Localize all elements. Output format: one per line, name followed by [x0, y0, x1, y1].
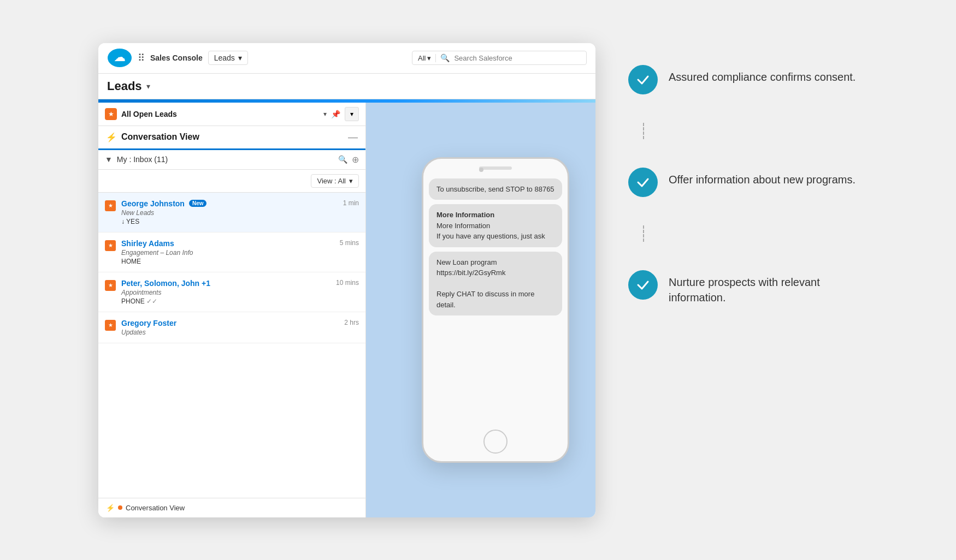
- bottom-dot: [118, 505, 122, 510]
- page-title: Leads: [107, 79, 142, 93]
- open-leads-star-icon: ★: [105, 108, 117, 120]
- phone-home-button: [483, 430, 507, 454]
- phone-speaker: [479, 166, 512, 170]
- sms-bubble-2: More Information More Information If you…: [429, 204, 562, 247]
- leads-tab[interactable]: Leads ▾: [208, 51, 248, 65]
- lead-name: George Johnston: [121, 199, 185, 208]
- phone-device: To unsubscribe, send STOP to 88765 More …: [422, 157, 569, 463]
- lead-item[interactable]: ★ Shirley Adams Engagement – Loan Info H…: [98, 233, 365, 272]
- grid-icon[interactable]: ⠿: [138, 52, 145, 64]
- benefit-text-3: Nurture prospects with relevant informat…: [669, 270, 858, 305]
- sms-bubble-3: New Loan program https://bit.ly/2GsyRmk …: [429, 252, 562, 316]
- lead-name-row: Peter, Solomon, John +1: [121, 279, 331, 288]
- all-open-leads-dropdown-arrow: ▾: [323, 110, 327, 118]
- lead-star-icon: ★: [105, 200, 116, 211]
- right-panel: To unsubscribe, send STOP to 88765 More …: [366, 103, 595, 517]
- lead-item[interactable]: ★ George Johnston New New Leads ↓ YES 1 …: [98, 193, 365, 233]
- view-all-select[interactable]: View : All ▾: [311, 174, 359, 188]
- phone-mockup: To unsubscribe, send STOP to 88765 More …: [422, 157, 569, 463]
- sms-bubble-1: To unsubscribe, send STOP to 88765: [429, 178, 562, 200]
- lead-time: 5 mins: [340, 239, 359, 247]
- connector-2: [628, 224, 858, 243]
- lead-time: 10 mins: [336, 279, 359, 287]
- lead-star-icon: ★: [105, 240, 116, 251]
- lead-status: ↓ YES: [121, 218, 338, 225]
- panel-chevron-down[interactable]: ▾: [345, 107, 359, 121]
- lead-star-icon: ★: [105, 320, 116, 331]
- leads-tab-chevron: ▾: [238, 53, 242, 62]
- phone-screen: To unsubscribe, send STOP to 88765 More …: [423, 178, 568, 424]
- svg-text:☁: ☁: [114, 51, 125, 63]
- benefit-text-2: Offer information about new programs.: [669, 168, 855, 187]
- leads-chevron-icon[interactable]: ▾: [146, 82, 150, 91]
- bottom-conv-view: ⚡ Conversation View: [98, 498, 365, 517]
- lead-name-row: George Johnston New: [121, 199, 338, 208]
- all-dropdown[interactable]: All ▾: [418, 54, 436, 62]
- inbox-label: My : Inbox (11): [117, 155, 334, 164]
- filter-icon[interactable]: ▼: [105, 155, 113, 164]
- lead-time: 1 min: [343, 199, 359, 207]
- lead-sub: Appointments: [121, 289, 331, 296]
- view-all-row: View : All ▾: [98, 170, 365, 193]
- lead-name: Peter, Solomon, John +1: [121, 279, 210, 288]
- app-window: ☁ ⠿ Sales Console Leads ▾ All ▾ 🔍 Lead: [98, 43, 595, 517]
- all-open-leads-label: All Open Leads: [121, 110, 319, 118]
- inbox-search-icon[interactable]: 🔍: [338, 155, 347, 164]
- collapse-icon[interactable]: —: [348, 132, 358, 143]
- search-icon: 🔍: [440, 53, 450, 62]
- benefit-item-1: Assured compliance confirms consent.: [628, 65, 858, 94]
- inbox-row: ▼ My : Inbox (11) 🔍 ⊕: [98, 150, 365, 170]
- connector-1: [628, 122, 858, 140]
- leads-tab-label: Leads: [214, 53, 235, 62]
- search-bar: All ▾ 🔍: [412, 51, 587, 65]
- view-all-chevron: ▾: [349, 177, 353, 185]
- lead-status: HOME: [121, 258, 334, 265]
- lead-name: Shirley Adams: [121, 239, 174, 248]
- all-chevron-icon: ▾: [427, 54, 431, 62]
- bottom-lightning-icon: ⚡: [106, 504, 115, 512]
- lead-status: PHONE ✓✓: [121, 297, 331, 305]
- main-content: ★ All Open Leads ▾ 📌 ▾ ⚡ Conversation Vi…: [98, 103, 595, 517]
- salesforce-logo: ☁: [107, 48, 132, 68]
- view-all-label: View : All: [317, 177, 346, 185]
- lead-star-icon: ★: [105, 280, 116, 291]
- search-input[interactable]: [454, 54, 563, 62]
- new-badge: New: [189, 200, 207, 207]
- leads-list: ★ George Johnston New New Leads ↓ YES 1 …: [98, 193, 365, 343]
- inbox-add-icon[interactable]: ⊕: [352, 154, 359, 165]
- double-check-icon: ✓✓: [146, 297, 157, 305]
- lead-sub: Engagement – Loan Info: [121, 249, 334, 257]
- lead-item[interactable]: ★ Gregory Foster Updates 2 hrs: [98, 312, 365, 343]
- dashed-line-1: [643, 123, 644, 139]
- left-panel: ★ All Open Leads ▾ 📌 ▾ ⚡ Conversation Vi…: [98, 103, 366, 517]
- benefits-panel: Assured compliance confirms consent. Off…: [628, 43, 858, 327]
- check-icon-1: [628, 65, 658, 94]
- lead-name: Gregory Foster: [121, 319, 176, 327]
- benefit-item-2: Offer information about new programs.: [628, 168, 858, 197]
- check-icon-2: [628, 168, 658, 197]
- check-icon-3: [628, 270, 658, 300]
- nav-left: ☁ ⠿ Sales Console Leads ▾: [107, 48, 403, 68]
- bottom-conv-label: Conversation View: [126, 504, 185, 512]
- benefit-text-1: Assured compliance confirms consent.: [669, 65, 855, 85]
- benefit-item-3: Nurture prospects with relevant informat…: [628, 270, 858, 305]
- conv-view-label: Conversation View: [121, 132, 344, 142]
- lead-item[interactable]: ★ Peter, Solomon, John +1 Appointments P…: [98, 272, 365, 312]
- leads-header-row: Leads ▾: [98, 74, 595, 99]
- dashed-line-2: [643, 225, 644, 242]
- top-nav-bar: ☁ ⠿ Sales Console Leads ▾ All ▾ 🔍: [98, 43, 595, 74]
- lead-info: Gregory Foster Updates: [121, 319, 339, 336]
- lead-name-row: Shirley Adams: [121, 239, 334, 248]
- lightning-bolt-icon: ⚡: [106, 132, 117, 142]
- all-open-leads-row: ★ All Open Leads ▾ 📌 ▾: [98, 103, 365, 126]
- lead-info: Shirley Adams Engagement – Loan Info HOM…: [121, 239, 334, 265]
- lead-info: George Johnston New New Leads ↓ YES: [121, 199, 338, 225]
- phone-camera: [479, 168, 483, 172]
- lead-time: 2 hrs: [344, 319, 359, 326]
- sales-console-label: Sales Console: [150, 53, 203, 62]
- lead-info: Peter, Solomon, John +1 Appointments PHO…: [121, 279, 331, 305]
- lead-sub: Updates: [121, 329, 339, 336]
- lead-sub: New Leads: [121, 209, 338, 217]
- conv-view-header: ⚡ Conversation View —: [98, 126, 365, 150]
- pin-icon[interactable]: 📌: [331, 110, 340, 118]
